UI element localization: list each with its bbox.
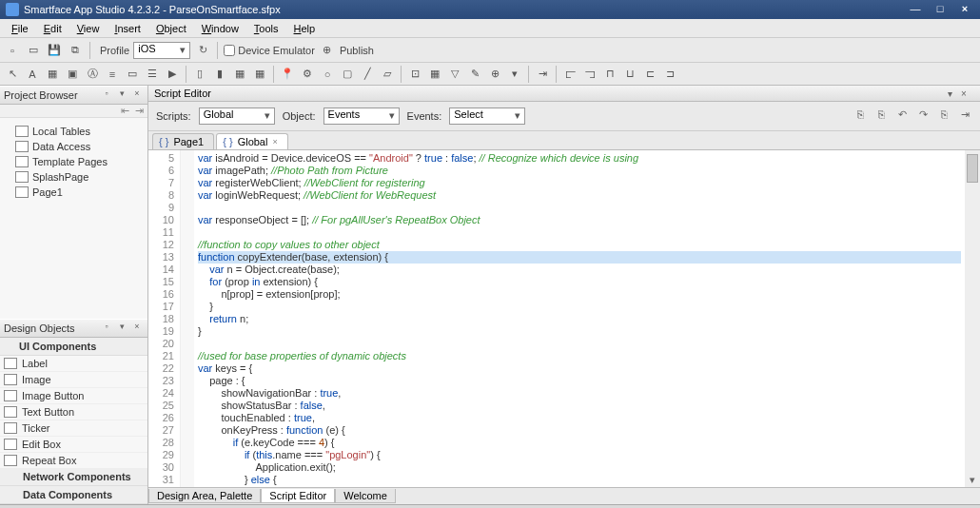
close-button[interactable]: × — [953, 2, 976, 17]
component-item[interactable]: Repeat Box — [0, 453, 147, 468]
align6-icon[interactable]: ⊐ — [661, 66, 678, 83]
component-icon — [4, 406, 17, 418]
scroll-thumb[interactable] — [967, 154, 978, 183]
save-icon[interactable]: 💾 — [46, 42, 63, 59]
data-components-header[interactable]: Data Components — [0, 486, 147, 504]
table-icon[interactable]: ▦ — [231, 66, 248, 83]
grid-icon[interactable]: ▦ — [251, 66, 268, 83]
edit-box-icon[interactable]: ▭ — [124, 66, 141, 83]
tree-item[interactable]: SplashPage — [4, 169, 144, 185]
minimize-button[interactable]: — — [904, 2, 927, 17]
tab-close-icon[interactable]: × — [272, 137, 277, 147]
menu-window[interactable]: Window — [194, 21, 246, 36]
panel-close-icon[interactable]: × — [961, 88, 974, 99]
bottom-tab[interactable]: Welcome — [335, 489, 396, 503]
device-emulator-check[interactable]: Device Emulator — [224, 45, 315, 56]
globe-icon[interactable]: ⊕ — [486, 66, 503, 83]
panel-close-icon[interactable]: × — [130, 88, 144, 102]
align5-icon[interactable]: ⊏ — [641, 66, 658, 83]
label-icon[interactable]: A — [24, 66, 41, 83]
circle-icon[interactable]: ○ — [319, 66, 336, 83]
image-icon[interactable]: ▦ — [44, 66, 61, 83]
text-button-icon[interactable]: Ⓐ — [84, 66, 101, 83]
code-text[interactable]: var isAndroid = Device.deviceOS == "Andr… — [194, 150, 965, 487]
ticker-icon[interactable]: ≡ — [104, 66, 121, 83]
redo-icon[interactable]: ↷ — [915, 108, 931, 124]
shape-icon[interactable]: ▱ — [379, 66, 396, 83]
menu-insert[interactable]: Insert — [107, 21, 148, 36]
editor-tab[interactable]: { }Page1 — [152, 133, 214, 149]
panel-pin-icon[interactable]: ▾ — [115, 88, 128, 102]
component-item[interactable]: Text Button — [0, 404, 147, 420]
align4-icon[interactable]: ⊔ — [621, 66, 638, 83]
events-select[interactable]: Select — [449, 107, 525, 125]
align3-icon[interactable]: ⊓ — [601, 66, 618, 83]
tree-item[interactable]: Data Access — [4, 139, 144, 154]
nav3-icon[interactable]: ⎘ — [936, 108, 951, 124]
gear-icon[interactable]: ⚙ — [299, 66, 316, 83]
bottom-tab[interactable]: Design Area, Palette — [148, 489, 261, 503]
square-icon[interactable]: ▢ — [339, 66, 356, 83]
menu-object[interactable]: Object — [148, 21, 194, 36]
component-item[interactable]: Label — [0, 356, 147, 372]
grid2-icon[interactable]: ▦ — [426, 66, 443, 83]
new-icon[interactable]: ▫ — [4, 42, 21, 59]
scripts-select[interactable]: Global — [199, 107, 275, 125]
component-item[interactable]: Image — [0, 372, 147, 388]
menu-bar: FileEditViewInsertObjectWindowToolsHelp — [0, 19, 980, 38]
brush-icon[interactable]: ✎ — [466, 66, 483, 83]
align1-icon[interactable]: ⫍ — [561, 66, 578, 83]
component-item[interactable]: Image Button — [0, 388, 147, 404]
cursor-icon[interactable]: ↖ — [4, 66, 21, 83]
tree-item[interactable]: Local Tables — [4, 124, 144, 139]
nav1-icon[interactable]: ⎘ — [853, 108, 868, 124]
ui-components-header[interactable]: UI Components — [0, 338, 147, 356]
arrow-right-icon[interactable]: ⇥ — [135, 105, 144, 117]
bottom-tab[interactable]: Script Editor — [261, 489, 335, 503]
nav2-icon[interactable]: ⎘ — [873, 108, 889, 124]
editor-tab[interactable]: { }Global× — [216, 133, 287, 149]
undo-icon[interactable]: ↶ — [894, 108, 910, 124]
menu-file[interactable]: File — [4, 21, 36, 36]
menu-tools[interactable]: Tools — [246, 21, 286, 36]
arrow-left-icon[interactable]: ⇤ — [121, 105, 129, 117]
repeat-box-icon[interactable]: ☰ — [144, 66, 161, 83]
video-icon[interactable]: ▶ — [164, 66, 181, 83]
component-item[interactable]: Ticker — [0, 420, 147, 437]
align2-icon[interactable]: ⫎ — [581, 66, 598, 83]
maximize-button[interactable]: □ — [929, 2, 951, 17]
map-pin-icon[interactable]: 📍 — [279, 66, 296, 83]
publish-icon[interactable]: ⊕ — [319, 42, 336, 59]
menu-edit[interactable]: Edit — [36, 21, 69, 36]
refresh-icon[interactable]: ↻ — [194, 42, 211, 59]
publish-label[interactable]: Publish — [340, 45, 374, 56]
panel-window-icon[interactable]: ▫ — [100, 88, 113, 102]
menu-help[interactable]: Help — [286, 21, 323, 36]
line-icon[interactable]: ╱ — [359, 66, 376, 83]
app-icon — [6, 3, 19, 16]
panel-pin-icon[interactable]: ▾ — [115, 322, 128, 335]
panel-window-icon[interactable]: ▫ — [100, 322, 113, 335]
tree-item[interactable]: Template Pages — [4, 154, 144, 169]
object-select[interactable]: Events — [323, 107, 400, 125]
scroll-icon[interactable]: ▮ — [211, 66, 228, 83]
export-icon[interactable]: ⇥ — [534, 66, 551, 83]
network-components-header[interactable]: Network Components — [0, 468, 147, 486]
tree-item[interactable]: Page1 — [4, 185, 144, 200]
container-icon[interactable]: ▯ — [191, 66, 208, 83]
component-item[interactable]: Edit Box — [0, 437, 147, 453]
image-button-icon[interactable]: ▣ — [64, 66, 81, 83]
scroll-down-icon[interactable]: ▾ — [965, 474, 980, 487]
vertical-scrollbar[interactable]: ▴ ▾ — [965, 150, 980, 487]
dropdown-icon[interactable]: ▾ — [506, 66, 523, 83]
code-area[interactable]: 5678910111213141516171819202122232425262… — [148, 150, 980, 487]
panel-close-icon[interactable]: × — [130, 322, 144, 335]
save-all-icon[interactable]: ⧉ — [67, 42, 84, 59]
nav4-icon[interactable]: ⇥ — [957, 108, 972, 124]
menu-view[interactable]: View — [69, 21, 108, 36]
profile-select[interactable]: iOS — [133, 42, 190, 59]
crop-icon[interactable]: ⊡ — [406, 66, 423, 83]
open-icon[interactable]: ▭ — [25, 42, 42, 59]
panel-pin-icon[interactable]: ▾ — [948, 88, 961, 99]
filter-icon[interactable]: ▽ — [446, 66, 463, 83]
